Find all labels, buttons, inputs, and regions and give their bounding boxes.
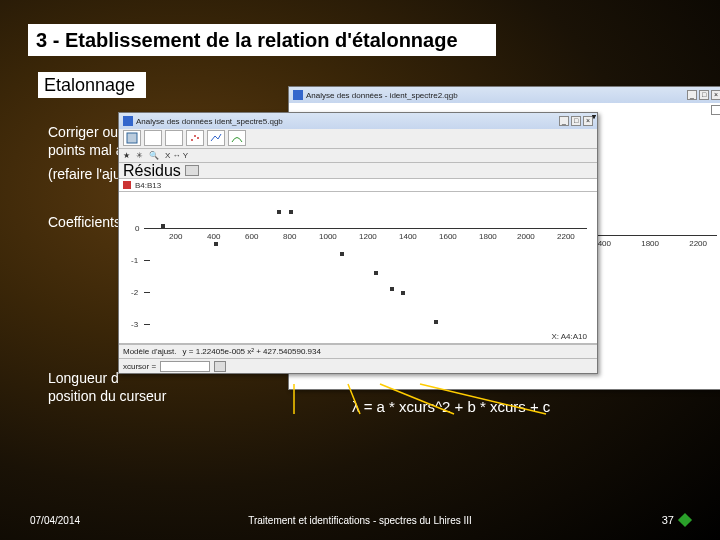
xtick: 800: [283, 232, 296, 241]
camera-icon[interactable]: [185, 165, 199, 176]
ytick: -3: [131, 320, 138, 329]
data-point: [277, 210, 281, 214]
data-point: [214, 242, 218, 246]
window-back-title: Analyse des données - ident_spectre2.qgb: [306, 91, 458, 100]
mode-row: Résidus: [119, 163, 597, 179]
data-point: [374, 271, 378, 275]
body-text-1: Corriger ou points mal a: [48, 124, 123, 159]
maximize-button[interactable]: □: [571, 116, 581, 126]
footer-center: Traitement et identifications - spectres…: [0, 515, 720, 526]
selection-indicator: [123, 181, 131, 189]
toolbar-sub: ★ ✳ 🔍 X ↔ Y: [119, 149, 597, 164]
diamond-icon: [678, 513, 692, 527]
xtick: 2000: [517, 232, 535, 241]
xtick: 2200: [557, 232, 575, 241]
sun-icon[interactable]: ✳: [136, 151, 143, 160]
data-point: [401, 291, 405, 295]
window-front-titlebar[interactable]: Analyse des données ident_spectre5.qgb _…: [119, 113, 597, 129]
toolbar: [119, 129, 597, 149]
front-x-axis: [147, 228, 587, 229]
fit-icon[interactable]: [228, 130, 246, 146]
xtick: 1600: [439, 232, 457, 241]
page-subtitle: Etalonnage: [38, 72, 146, 98]
maximize-button[interactable]: □: [699, 90, 709, 100]
xtick-2200: 2200: [689, 239, 707, 248]
ytick: -1: [131, 256, 138, 265]
line-icon[interactable]: [207, 130, 225, 146]
xtick: 1400: [399, 232, 417, 241]
body-text-4: Longueur d position du curseur: [48, 370, 166, 405]
svg-point-2: [194, 135, 196, 137]
xcursor-input[interactable]: [160, 361, 210, 372]
footer-page: 37: [662, 514, 690, 526]
minimize-button[interactable]: _: [687, 90, 697, 100]
run-button[interactable]: [214, 361, 226, 372]
svg-point-1: [191, 139, 193, 141]
app-icon: [293, 90, 303, 100]
body-text-3: Coefficients: [48, 214, 121, 232]
data-point: [289, 210, 293, 214]
inset-restore-button[interactable]: [711, 105, 720, 115]
svg-rect-0: [127, 133, 137, 143]
scatter-icon[interactable]: [186, 130, 204, 146]
xtick: 1000: [319, 232, 337, 241]
window-front-title: Analyse des données ident_spectre5.qgb: [136, 117, 283, 126]
cell-readout: B4:B13: [119, 179, 597, 192]
xtick: 400: [207, 232, 220, 241]
residuals-dropdown[interactable]: Résidus: [123, 162, 181, 180]
xcursor-label: xcursor =: [123, 362, 156, 371]
barchart-icon[interactable]: [144, 130, 162, 146]
page-number: 37: [662, 514, 674, 526]
xtick: 200: [169, 232, 182, 241]
page-title: 3 - Etablissement de la relation d'étalo…: [28, 24, 496, 56]
model-label: Modèle d'ajust.: [123, 347, 177, 356]
data-point: [340, 252, 344, 256]
ytick: -2: [131, 288, 138, 297]
xtick: 600: [245, 232, 258, 241]
cursor-bar: xcursor =: [119, 358, 597, 373]
slide-root: 3 - Etablissement de la relation d'étalo…: [0, 0, 720, 540]
window-back-titlebar[interactable]: Analyse des données - ident_spectre2.qgb…: [289, 87, 720, 103]
formula-text: λ = a * xcurs^2 + b * xcurs + c: [352, 398, 550, 415]
ytick: 0: [135, 224, 139, 233]
data-point: [161, 224, 165, 228]
xtick: 1800: [479, 232, 497, 241]
barchart2-icon[interactable]: [165, 130, 183, 146]
cell-range: B4:B13: [135, 181, 161, 190]
minimize-button[interactable]: _: [559, 116, 569, 126]
swap-axes-button[interactable]: X ↔ Y: [165, 151, 188, 160]
window-front: Analyse des données ident_spectre5.qgb _…: [118, 112, 598, 374]
xtick-1800: 1800: [641, 239, 659, 248]
data-point: [390, 287, 394, 291]
close-button[interactable]: ×: [711, 90, 720, 100]
cell-label: X: A4:A10: [551, 332, 587, 341]
model-formula-display[interactable]: y = 1.22405e-005 x² + 427.540590.934: [183, 347, 321, 356]
star-icon[interactable]: ★: [123, 151, 130, 160]
front-plot-area[interactable]: 200 400 600 800 1000 1200 1400 1600 1800…: [119, 192, 597, 344]
data-point: [434, 320, 438, 324]
zoom-icon[interactable]: 🔍: [149, 151, 159, 160]
xtick: 1200: [359, 232, 377, 241]
body-text-2: (refaire l'aju: [48, 166, 121, 184]
app-icon: [123, 116, 133, 126]
model-bar: Modèle d'ajust. y = 1.22405e-005 x² + 42…: [119, 344, 597, 359]
save-icon[interactable]: [123, 130, 141, 146]
svg-point-3: [197, 137, 199, 139]
